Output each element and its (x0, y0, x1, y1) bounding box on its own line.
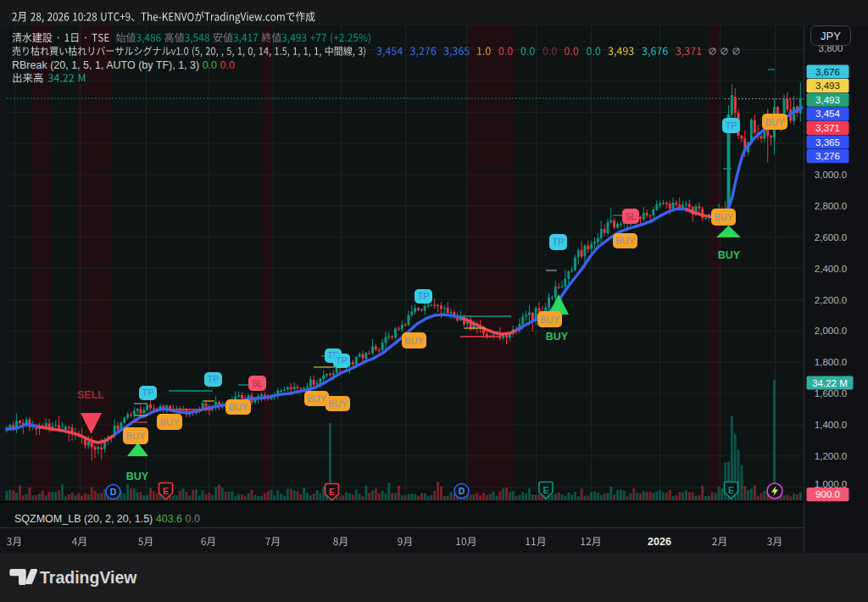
svg-text:SQZMOM_LB (20, 2, 20, 1.5) 403: SQZMOM_LB (20, 2, 20, 1.5) 403.6 0.0 (14, 513, 200, 525)
svg-text:TP: TP (336, 355, 347, 365)
svg-text:34.22 M: 34.22 M (812, 378, 848, 388)
svg-text:BUY: BUY (126, 471, 149, 482)
svg-text:TP: TP (726, 120, 737, 131)
svg-text:BUY: BUY (404, 336, 424, 346)
svg-text:BUY: BUY (540, 315, 559, 325)
svg-text:E: E (542, 485, 548, 495)
svg-text:2,800.0: 2,800.0 (815, 201, 847, 211)
svg-text:SL: SL (626, 211, 637, 221)
svg-text:3,365: 3,365 (815, 137, 840, 148)
svg-text:1,400.0: 1,400.0 (815, 420, 847, 430)
svg-text:BUY: BUY (229, 402, 248, 412)
svg-text:E: E (728, 485, 734, 495)
svg-text:3,454: 3,454 (815, 109, 840, 119)
svg-text:BUY: BUY (160, 417, 180, 427)
svg-text:2,200.0: 2,200.0 (815, 295, 847, 305)
svg-text:JPY: JPY (821, 30, 841, 42)
svg-text:3,276: 3,276 (815, 151, 840, 161)
svg-text:BUY: BUY (718, 249, 741, 261)
svg-text:RBreak (20, 1, 5, 1, AUTO (by: RBreak (20, 1, 5, 1, AUTO (by TF), 1, 3)… (12, 59, 235, 71)
svg-text:SL: SL (252, 378, 263, 388)
svg-text:SELL: SELL (77, 389, 104, 401)
svg-text:E: E (329, 487, 335, 497)
svg-text:3,493: 3,493 (815, 95, 840, 105)
svg-text:BUY: BUY (546, 331, 569, 343)
svg-text:D: D (110, 487, 117, 497)
svg-text:BUY: BUY (714, 212, 733, 222)
svg-text:BUY: BUY (615, 236, 635, 246)
svg-text:1,200.0: 1,200.0 (815, 451, 847, 461)
svg-text:900.0: 900.0 (815, 489, 840, 499)
svg-text:TP: TP (418, 291, 429, 301)
svg-text:2,400.0: 2,400.0 (815, 264, 847, 274)
svg-text:3,676: 3,676 (815, 67, 840, 77)
svg-text:1,600.0: 1,600.0 (815, 388, 847, 399)
svg-text:BUY: BUY (126, 431, 146, 441)
svg-text:TP: TP (553, 237, 564, 247)
svg-text:2,000.0: 2,000.0 (815, 326, 847, 336)
svg-text:TP: TP (208, 374, 219, 384)
svg-text:TP: TP (142, 387, 153, 398)
svg-text:D: D (459, 486, 465, 496)
svg-text:1,800.0: 1,800.0 (815, 357, 847, 367)
svg-text:E: E (163, 486, 169, 496)
svg-text:TradingView: TradingView (40, 568, 137, 587)
svg-text:BUY: BUY (765, 117, 785, 127)
svg-text:BUY: BUY (307, 393, 326, 404)
svg-text:3,371: 3,371 (815, 123, 840, 133)
svg-text:2,600.0: 2,600.0 (815, 232, 847, 242)
svg-text:3,000.0: 3,000.0 (815, 170, 847, 180)
svg-text:2026: 2026 (648, 536, 671, 548)
svg-text:3,493: 3,493 (815, 81, 840, 91)
svg-text:BUY: BUY (328, 399, 348, 409)
